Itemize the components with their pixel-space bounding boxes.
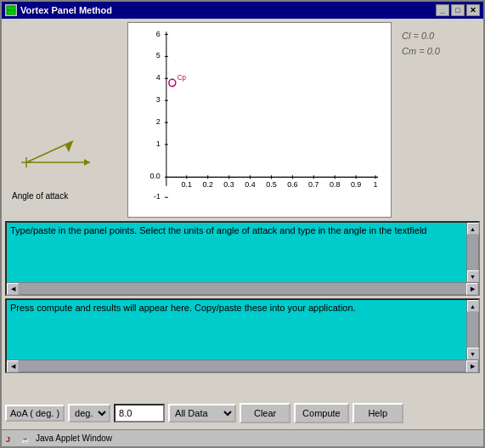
aoa-unit-dropdown[interactable]: deg. rad.: [68, 404, 110, 422]
output-scroll-right[interactable]: ▶: [466, 360, 478, 372]
output-scroll-down[interactable]: ▼: [467, 348, 479, 360]
output-text-area-main: Press compute and results will appear he…: [7, 300, 478, 360]
main-window: Vortex Panel Method _ □ ✕: [0, 0, 485, 448]
svg-text:-1: -1: [154, 192, 161, 201]
angle-of-attack-label: Angle of attack: [5, 191, 68, 201]
svg-text:0.6: 0.6: [287, 180, 297, 189]
output-text-area[interactable]: Press compute and results will appear he…: [7, 300, 466, 360]
top-section: Angle of attack 6: [5, 22, 480, 218]
aoa-value-input[interactable]: [114, 404, 165, 422]
svg-text:Cp: Cp: [178, 74, 187, 82]
input-scroll-down[interactable]: ▼: [467, 270, 479, 282]
svg-text:0.3: 0.3: [223, 180, 234, 189]
svg-text:0.7: 0.7: [308, 180, 319, 189]
window-icon: [5, 4, 17, 16]
input-scroll-h-track[interactable]: [19, 283, 466, 294]
svg-text:0.1: 0.1: [182, 180, 192, 189]
output-scroll-h-track[interactable]: [19, 360, 466, 371]
status-text: Java Applet Window: [36, 434, 112, 443]
svg-text:6: 6: [156, 29, 161, 37]
clear-button[interactable]: Clear: [240, 403, 290, 423]
svg-marker-3: [84, 159, 90, 166]
output-scrollbar-v: ▲ ▼: [466, 300, 478, 360]
input-scroll-track[interactable]: [467, 235, 478, 270]
maximize-button[interactable]: □: [451, 4, 465, 16]
output-scrollbar-h: ◀ ▶: [7, 360, 478, 371]
svg-text:3: 3: [156, 95, 161, 104]
svg-text:J: J: [6, 435, 10, 444]
output-scroll-track[interactable]: [467, 312, 478, 348]
java-icon: J: [5, 433, 17, 445]
left-panel: Angle of attack: [5, 22, 124, 218]
status-bar: J ☕ Java Applet Window: [2, 429, 483, 446]
minimize-button[interactable]: _: [436, 4, 449, 16]
input-scrollbar-h: ◀ ▶: [7, 282, 478, 294]
input-scroll-left[interactable]: ◀: [7, 283, 19, 295]
title-bar: Vortex Panel Method _ □ ✕: [2, 2, 483, 19]
bottom-controls: AoA ( deg. ) deg. rad. All Data Cp only …: [5, 400, 480, 426]
cl-value: Cl = 0.0: [402, 29, 473, 44]
window-title: Vortex Panel Method: [20, 5, 112, 15]
graph-svg: 6 5 4 3 2 1: [128, 23, 391, 217]
cm-value: Cm = 0.0: [402, 44, 473, 60]
svg-text:0.8: 0.8: [330, 180, 340, 189]
content-area: Angle of attack 6: [2, 19, 483, 429]
input-scrollbar-v: ▲ ▼: [466, 223, 478, 282]
aoa-label: AoA ( deg. ): [5, 405, 65, 422]
help-button[interactable]: Help: [352, 403, 403, 423]
input-scroll-up[interactable]: ▲: [467, 223, 479, 235]
input-text-area-main: Type/paste in the panel points. Select t…: [7, 223, 478, 282]
applet-icon: ☕: [20, 433, 32, 445]
svg-text:0.5: 0.5: [266, 180, 276, 189]
svg-line-4: [26, 141, 73, 162]
output-text-area-wrapper: Press compute and results will appear he…: [5, 298, 480, 373]
svg-text:0.0: 0.0: [149, 172, 160, 180]
svg-text:0.9: 0.9: [351, 180, 361, 189]
input-text-area[interactable]: Type/paste in the panel points. Select t…: [7, 223, 466, 282]
svg-text:0.2: 0.2: [202, 180, 212, 189]
info-panel: Cl = 0.0 Cm = 0.0: [395, 22, 480, 218]
svg-text:0.4: 0.4: [245, 180, 255, 189]
svg-text:5: 5: [156, 51, 161, 60]
svg-text:2: 2: [156, 117, 161, 126]
text-areas-section: Type/paste in the panel points. Select t…: [5, 221, 480, 397]
svg-text:1: 1: [156, 139, 161, 148]
arrow-diagram: [18, 128, 111, 188]
svg-text:4: 4: [156, 73, 161, 82]
input-text-area-wrapper: Type/paste in the panel points. Select t…: [5, 221, 480, 296]
input-scroll-right[interactable]: ▶: [466, 283, 478, 295]
svg-text:1: 1: [374, 180, 378, 189]
graph-area: 6 5 4 3 2 1: [127, 22, 392, 218]
data-type-dropdown[interactable]: All Data Cp only CL/CM: [168, 404, 236, 422]
output-scroll-up[interactable]: ▲: [467, 300, 479, 312]
output-scroll-left[interactable]: ◀: [7, 360, 19, 372]
svg-text:☕: ☕: [21, 435, 30, 444]
compute-button[interactable]: Compute: [294, 403, 349, 423]
close-button[interactable]: ✕: [466, 4, 480, 16]
